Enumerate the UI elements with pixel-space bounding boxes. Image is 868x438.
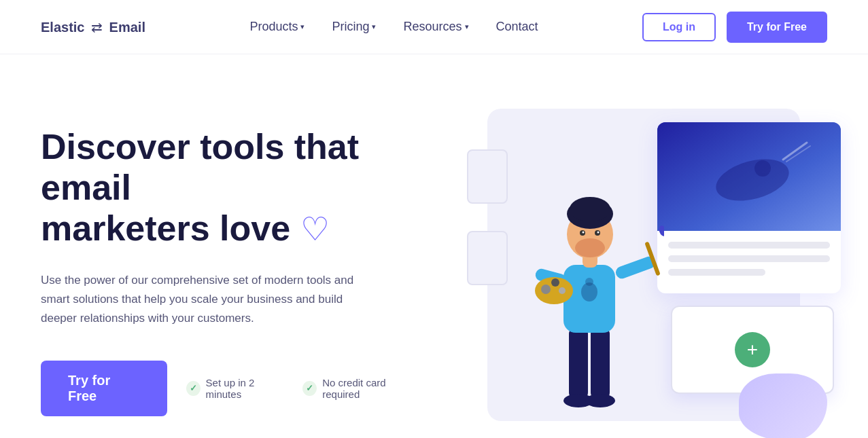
heart-icon: ♡ (300, 211, 330, 247)
navbar: Elastic ⇄ Email Products ▾ Pricing ▾ Res… (0, 0, 868, 54)
nav-actions: Log in Try for Free (642, 12, 827, 43)
illustration-blob (739, 373, 827, 438)
svg-point-15 (658, 225, 664, 237)
illustration-plus-button: + (735, 332, 770, 367)
illustration-card-image (657, 122, 841, 231)
svg-point-22 (575, 238, 605, 257)
logo[interactable]: Elastic ⇄ Email (41, 19, 145, 35)
nav-item-products[interactable]: Products ▾ (239, 14, 315, 39)
illustration-main-card (657, 122, 841, 293)
illustration-thumb-top (467, 149, 508, 204)
svg-point-18 (551, 278, 559, 287)
svg-point-24 (570, 197, 610, 221)
svg-point-11 (585, 278, 593, 286)
chevron-down-icon: ▾ (372, 22, 376, 31)
nav-item-contact[interactable]: Contact (485, 14, 549, 39)
svg-point-17 (541, 285, 551, 294)
illustration-card-lines (657, 231, 841, 293)
illustration-card-line-1 (668, 242, 830, 249)
hero-description: Use the power of our comprehensive set o… (41, 271, 360, 328)
svg-point-19 (559, 287, 566, 294)
svg-rect-6 (591, 326, 610, 401)
nav-item-resources[interactable]: Resources ▾ (392, 14, 479, 39)
check-icon-setup: ✓ (186, 381, 201, 396)
svg-rect-5 (569, 326, 588, 401)
illustration-card-line-3 (668, 269, 765, 276)
hero-section: Discover tools that email marketers love… (0, 54, 868, 438)
chevron-down-icon: ▾ (465, 22, 469, 31)
logo-text: Elastic ⇄ Email (41, 19, 145, 35)
check-icon-no-card: ✓ (302, 381, 317, 396)
hero-title: Discover tools that email marketers love… (41, 127, 421, 249)
chevron-down-icon: ▾ (300, 22, 305, 31)
illustration-person (515, 163, 664, 435)
logo-separator-icon: ⇄ (91, 20, 103, 35)
login-button[interactable]: Log in (642, 13, 716, 41)
nav-links: Products ▾ Pricing ▾ Resources ▾ Contact (239, 14, 549, 39)
illustration-card-line-2 (668, 255, 830, 262)
svg-rect-13 (614, 255, 657, 280)
nav-item-pricing[interactable]: Pricing ▾ (321, 14, 387, 39)
svg-point-2 (754, 160, 771, 177)
try-free-hero-button[interactable]: Try for Free (41, 361, 167, 416)
hero-content: Discover tools that email marketers love… (41, 127, 421, 416)
badge-no-card: ✓ No credit card required (302, 377, 421, 400)
illustration-card-image-svg (657, 122, 841, 231)
svg-point-27 (583, 232, 585, 234)
illustration-thumb-mid (467, 231, 508, 285)
badge-setup: ✓ Set up in 2 minutes (186, 377, 290, 400)
try-free-nav-button[interactable]: Try for Free (727, 12, 827, 43)
hero-illustration: + (447, 95, 841, 438)
cta-badges: ✓ Set up in 2 minutes ✓ No credit card r… (186, 377, 421, 400)
svg-point-28 (597, 232, 600, 234)
svg-point-8 (585, 394, 615, 407)
hero-cta: Try for Free ✓ Set up in 2 minutes ✓ No … (41, 361, 421, 416)
